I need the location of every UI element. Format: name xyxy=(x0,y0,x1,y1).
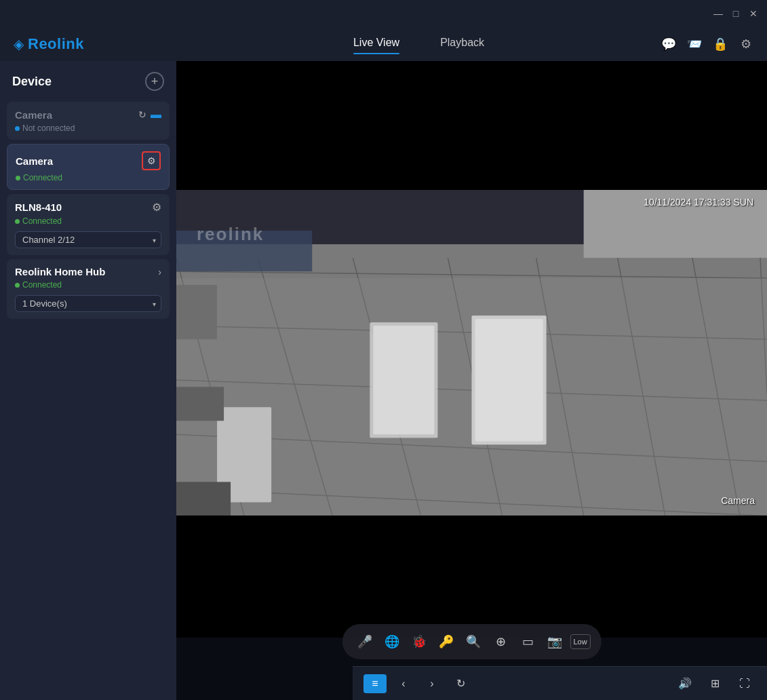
prev-button[interactable]: ‹ xyxy=(392,674,415,693)
device-status-not-connected: Not connected xyxy=(15,123,161,133)
channel-select-wrapper: Channel 2/12 ▾ xyxy=(15,231,161,248)
video-camera-label: Camera xyxy=(721,495,755,506)
message-icon[interactable]: 📨 xyxy=(687,37,702,52)
volume-button[interactable]: 🔊 xyxy=(673,674,696,693)
video-black-bottom xyxy=(176,516,767,638)
chat-icon[interactable]: 💬 xyxy=(661,37,676,52)
bottom-bar-right: 🔊 ⊞ ⛶ xyxy=(673,674,756,693)
device-item-header-rln8: RLN8-410 ⚙ xyxy=(15,201,161,214)
logo: ◈ Reolink xyxy=(0,35,176,53)
device-name-not-connected: Camera xyxy=(15,109,52,121)
status-dot-connected xyxy=(16,176,20,180)
toolbar-target-button[interactable]: ⊕ xyxy=(488,629,513,654)
status-text-hub: Connected xyxy=(22,280,62,290)
titlebar: — □ ✕ xyxy=(0,0,767,27)
refresh-button[interactable]: ↻ xyxy=(449,674,472,693)
video-frame: reolink 10/11/2024 17:31:33 SUN Camera xyxy=(176,190,767,516)
svg-rect-20 xyxy=(370,322,437,438)
sidebar-item-camera-not-connected[interactable]: Camera ↻ ▬ Not connected xyxy=(7,102,170,140)
device-name-connected: Camera xyxy=(16,155,53,167)
header-icons: 💬 📨 🔒 ⚙ xyxy=(661,37,767,52)
devices-count-wrapper: 1 Device(s) ▾ xyxy=(15,295,161,312)
tab-live-view[interactable]: Live View xyxy=(353,37,399,52)
device-title: Device xyxy=(12,75,52,89)
lock-icon[interactable]: 🔒 xyxy=(713,37,728,52)
tab-playback[interactable]: Playback xyxy=(440,37,484,52)
main-layout: Device + Camera ↻ ▬ Not connected Camera… xyxy=(0,61,767,700)
layout-button[interactable]: ⊞ xyxy=(703,674,726,693)
toolbar-snapshot-button[interactable]: 📷 xyxy=(543,629,567,654)
svg-rect-21 xyxy=(472,315,547,444)
toolbar-wifi-button[interactable]: 🌐 xyxy=(380,629,404,654)
svg-rect-25 xyxy=(176,482,231,516)
device-name-hub: Reolink Home Hub xyxy=(15,266,105,277)
sidebar-item-rln8[interactable]: RLN8-410 ⚙ Connected Channel 2/12 ▾ xyxy=(7,194,170,255)
channel-select[interactable]: Channel 2/12 xyxy=(15,231,161,248)
gear-icon-rln8[interactable]: ⚙ xyxy=(152,201,161,214)
status-text-connected: Connected xyxy=(23,173,62,182)
maximize-button[interactable]: □ xyxy=(730,8,741,19)
svg-rect-24 xyxy=(176,387,224,421)
ceiling-svg xyxy=(176,190,767,516)
header-tabs: Live View Playback xyxy=(176,37,661,52)
video-black-top xyxy=(176,61,767,190)
toolbar-zoom-button[interactable]: 🔍 xyxy=(461,629,486,654)
toggle-icon[interactable]: ▬ xyxy=(151,109,161,121)
status-dot-not-connected xyxy=(15,126,20,131)
header: ◈ Reolink Live View Playback 💬 📨 🔒 ⚙ xyxy=(0,27,767,61)
toolbar-quality-button[interactable]: Low xyxy=(570,634,590,649)
devices-count-select[interactable]: 1 Device(s) xyxy=(15,295,161,312)
status-dot-hub xyxy=(15,283,20,288)
device-icons-not-connected: ↻ ▬ xyxy=(138,109,161,121)
minimize-button[interactable]: — xyxy=(713,8,724,19)
bottom-bar: ≡ ‹ › ↻ 🔊 ⊞ ⛶ xyxy=(353,666,767,700)
device-item-header: Camera ↻ ▬ xyxy=(15,109,161,121)
settings-icon[interactable]: ⚙ xyxy=(739,37,753,52)
device-name-rln8: RLN8-410 xyxy=(15,201,62,213)
svg-rect-23 xyxy=(176,285,217,339)
toolbar-mic-button[interactable]: 🎤 xyxy=(353,629,377,654)
bottom-bar-left: ≡ ‹ › ↻ xyxy=(363,674,472,693)
device-status-rln8: Connected xyxy=(15,216,161,226)
device-header: Device + xyxy=(7,69,170,98)
device-status-hub: Connected xyxy=(15,280,161,290)
toolbar-debug-button[interactable]: 🐞 xyxy=(407,629,431,654)
reolink-watermark: reolink xyxy=(197,224,264,245)
status-text-not-connected: Not connected xyxy=(22,123,75,133)
sidebar-item-home-hub[interactable]: Reolink Home Hub › Connected 1 Device(s)… xyxy=(7,259,170,319)
video-area: reolink 10/11/2024 17:31:33 SUN Camera xyxy=(176,61,767,700)
status-text-rln8: Connected xyxy=(22,216,62,226)
device-status-connected: Connected xyxy=(16,173,161,182)
toolbar-rect-button[interactable]: ▭ xyxy=(515,629,540,654)
toolbar-key-button[interactable]: 🔑 xyxy=(434,629,458,654)
toolbar: 🎤 🌐 🐞 🔑 🔍 ⊕ ▭ 📷 Low xyxy=(342,624,601,659)
content-area: reolink 10/11/2024 17:31:33 SUN Camera 🎤… xyxy=(176,61,767,700)
logo-icon: ◈ xyxy=(14,36,24,52)
sidebar: Device + Camera ↻ ▬ Not connected Camera… xyxy=(0,61,176,700)
next-button[interactable]: › xyxy=(420,674,444,693)
sidebar-item-camera-connected[interactable]: Camera ⚙ Connected xyxy=(7,144,170,190)
video-timestamp: 10/11/2024 17:31:33 SUN xyxy=(644,197,753,208)
close-button[interactable]: ✕ xyxy=(748,8,759,19)
hub-arrow-icon[interactable]: › xyxy=(158,267,161,277)
refresh-icon[interactable]: ↻ xyxy=(138,109,146,120)
device-item-header-connected: Camera ⚙ xyxy=(16,151,161,170)
status-dot-rln8 xyxy=(15,219,20,224)
fullscreen-button[interactable]: ⛶ xyxy=(733,674,756,693)
logo-text: Reolink xyxy=(28,35,84,53)
grid-view-button[interactable]: ≡ xyxy=(363,674,387,693)
device-item-header-hub: Reolink Home Hub › xyxy=(15,266,161,277)
gear-icon-red-box[interactable]: ⚙ xyxy=(142,151,161,170)
add-device-button[interactable]: + xyxy=(145,72,164,91)
